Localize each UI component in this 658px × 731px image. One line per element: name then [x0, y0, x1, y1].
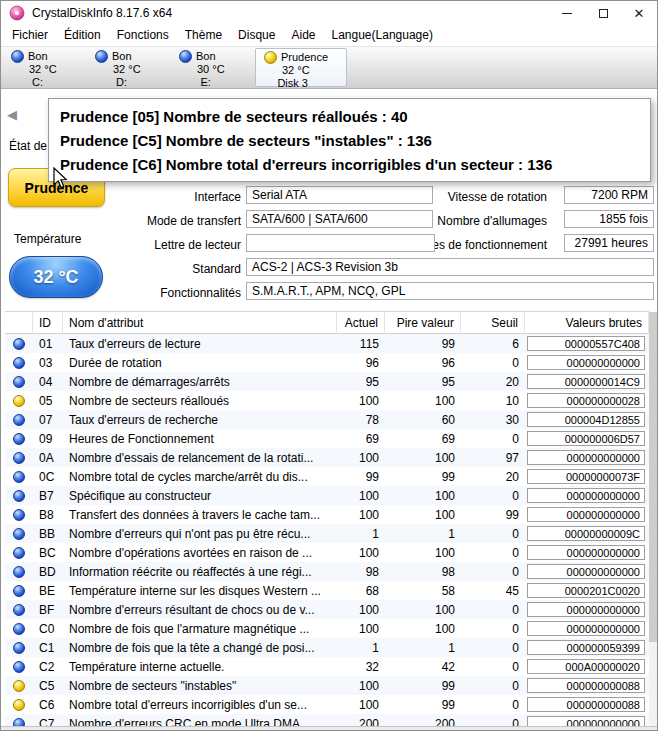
maximize-icon: [599, 9, 608, 18]
cell-threshold: 0: [461, 622, 525, 636]
scrollbar-thumb[interactable]: [649, 312, 658, 642]
cell-id: 09: [33, 432, 63, 446]
cell-worst: 1: [385, 641, 461, 655]
drive-status-text: Prudence: [281, 51, 328, 64]
cell-raw-value: 000A00000020: [527, 659, 645, 674]
cell-id: BC: [33, 546, 63, 560]
smart-row-BB[interactable]: BBNombre d'erreurs qui n'ont pas pu être…: [5, 524, 649, 543]
cell-name: Heures de Fonctionnement: [63, 432, 337, 446]
drive-temperature: 32 °C: [282, 64, 346, 77]
cell-raw-value: 000000059399: [527, 640, 645, 655]
cell-id: 04: [33, 375, 63, 389]
cell-id: BB: [33, 527, 63, 541]
status-good-icon: [13, 471, 25, 483]
smart-row-BC[interactable]: BCNombre d'opérations avortées en raison…: [5, 543, 649, 562]
smart-row-09[interactable]: 09Heures de Fonctionnement69690000000006…: [5, 429, 649, 448]
status-caution-icon: [13, 699, 25, 711]
cell-raw-value: 000000000088: [527, 697, 645, 712]
detail-value-vitesse-de-rotation: 7200 RPM: [564, 186, 654, 204]
cell-id: 07: [33, 413, 63, 427]
drive-cell-c[interactable]: Bon32 °CC:: [3, 47, 87, 88]
drive-status-text: Bon: [196, 50, 216, 63]
cell-id: BE: [33, 584, 63, 598]
drive-cell-disk-3[interactable]: Prudence32 °CDisk 3: [255, 48, 347, 87]
detail-label-lettre-de-lecteur: Lettre de lecteur: [101, 237, 241, 253]
detail-value-lettre-de-lecteur: [246, 234, 435, 252]
header-status: [5, 312, 33, 334]
cell-worst: 100: [385, 489, 461, 503]
status-good-icon: [13, 338, 25, 350]
header-raw: Valeurs brutes: [525, 312, 649, 334]
smart-row-05[interactable]: 05Nombre de secteurs réalloués1001001000…: [5, 391, 649, 410]
menu-item-aide[interactable]: Aide: [283, 25, 323, 46]
menu-item-fonctions[interactable]: Fonctions: [109, 25, 177, 46]
menu-item-theme[interactable]: Thème: [177, 25, 230, 46]
smart-row-C0[interactable]: C0Nombre de fois que l'armature magnétiq…: [5, 619, 649, 638]
cell-id: BD: [33, 565, 63, 579]
cell-current: 68: [337, 584, 385, 598]
close-button[interactable]: ✕: [621, 1, 657, 25]
cell-current: 100: [337, 489, 385, 503]
smart-row-BF[interactable]: BFNombre d'erreurs résultant de chocs ou…: [5, 600, 649, 619]
smart-row-C7[interactable]: C7Nombre d'erreurs CRC en mode Ultra DMA…: [5, 714, 649, 726]
cell-raw-value: 00000000073F: [527, 469, 645, 484]
drive-temperature: 30 °C: [197, 63, 255, 76]
cell-raw-value: 000000000028: [527, 393, 645, 408]
smart-row-B7[interactable]: B7Spécifique au constructeur100100000000…: [5, 486, 649, 505]
drive-status-icon: [95, 50, 108, 63]
smart-row-04[interactable]: 04Nombre de démarrages/arrêts95952000000…: [5, 372, 649, 391]
cell-current: 100: [337, 546, 385, 560]
detail-label-nombre-d-allumages: Nombre d'allumages: [381, 213, 547, 229]
smart-row-BD[interactable]: BDInformation réécrite ou réaffectés à u…: [5, 562, 649, 581]
smart-row-B8[interactable]: B8Transfert des données à travers le cac…: [5, 505, 649, 524]
drive-cell-e[interactable]: Bon30 °CE:: [171, 47, 255, 88]
cell-raw-value: 000000000000: [527, 621, 645, 636]
cell-threshold: 0: [461, 565, 525, 579]
cell-id: B7: [33, 489, 63, 503]
cell-worst: 100: [385, 451, 461, 465]
status-good-icon: [13, 661, 25, 673]
cell-id: 0C: [33, 470, 63, 484]
smart-row-C5[interactable]: C5Nombre de secteurs "instables"10099000…: [5, 676, 649, 695]
cell-name: Nombre de secteurs "instables": [63, 679, 337, 693]
smart-row-0A[interactable]: 0ANombre d'essais de relancement de la r…: [5, 448, 649, 467]
smart-row-03[interactable]: 03Durée de rotation96960000000000000: [5, 353, 649, 372]
cell-id: 0A: [33, 451, 63, 465]
smart-row-C2[interactable]: C2Température interne actuelle.32420000A…: [5, 657, 649, 676]
smart-row-0C[interactable]: 0CNombre total de cycles marche/arrêt du…: [5, 467, 649, 486]
header-name: Nom d'attribut: [63, 312, 337, 334]
cell-id: C7: [33, 717, 63, 727]
menu-item-fichier[interactable]: Fichier: [4, 25, 56, 46]
cell-raw-value: 000000000000: [527, 716, 645, 726]
cell-current: 100: [337, 508, 385, 522]
menu-item-disque[interactable]: Disque: [230, 25, 283, 46]
app-icon[interactable]: [9, 5, 25, 21]
cell-threshold: 20: [461, 375, 525, 389]
cell-name: Transfert des données à travers le cache…: [63, 508, 337, 522]
minimize-button[interactable]: [549, 1, 585, 25]
table-scrollbar[interactable]: [649, 312, 658, 726]
cell-raw-value: 000000000000: [527, 545, 645, 560]
status-good-icon: [13, 452, 25, 464]
smart-row-C1[interactable]: C1Nombre de fois que la tête a changé de…: [5, 638, 649, 657]
drive-bar: Bon32 °CC:Bon32 °CD:Bon30 °CE:Prudence32…: [1, 46, 657, 89]
menu-item-edition[interactable]: Édition: [56, 25, 109, 46]
cell-name: Information réécrite ou réaffectés à une…: [63, 565, 337, 579]
cell-worst: 69: [385, 432, 461, 446]
smart-row-C6[interactable]: C6Nombre total d'erreurs incorrigibles d…: [5, 695, 649, 714]
cell-current: 98: [337, 565, 385, 579]
smart-row-01[interactable]: 01Taux d'erreurs de lecture1159960000055…: [5, 334, 649, 353]
cell-threshold: 0: [461, 660, 525, 674]
smart-row-07[interactable]: 07Taux d'erreurs de recherche78603000000…: [5, 410, 649, 429]
drive-name: D:: [95, 76, 148, 89]
cell-current: 100: [337, 394, 385, 408]
drive-cell-d[interactable]: Bon32 °CD:: [87, 47, 171, 88]
cell-current: 100: [337, 698, 385, 712]
maximize-button[interactable]: [585, 1, 621, 25]
smart-row-BE[interactable]: BETempérature interne sur les disques We…: [5, 581, 649, 600]
menu-item-langue-language[interactable]: Langue(Language): [324, 25, 441, 46]
drive-name: E:: [179, 76, 232, 89]
cell-worst: 99: [385, 679, 461, 693]
previous-disk-button[interactable]: ◀: [7, 104, 31, 124]
cell-threshold: 0: [461, 546, 525, 560]
